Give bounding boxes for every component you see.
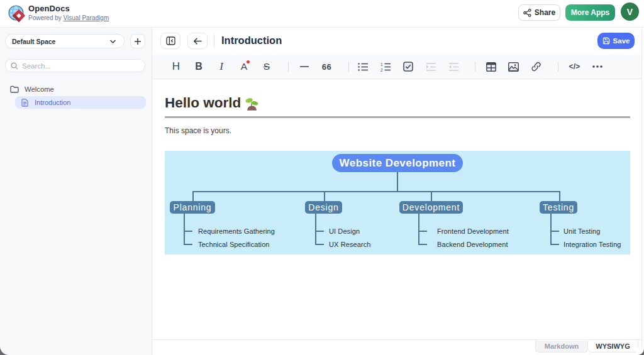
svg-text:1: 1	[380, 62, 383, 67]
svg-text:2: 2	[380, 67, 383, 72]
